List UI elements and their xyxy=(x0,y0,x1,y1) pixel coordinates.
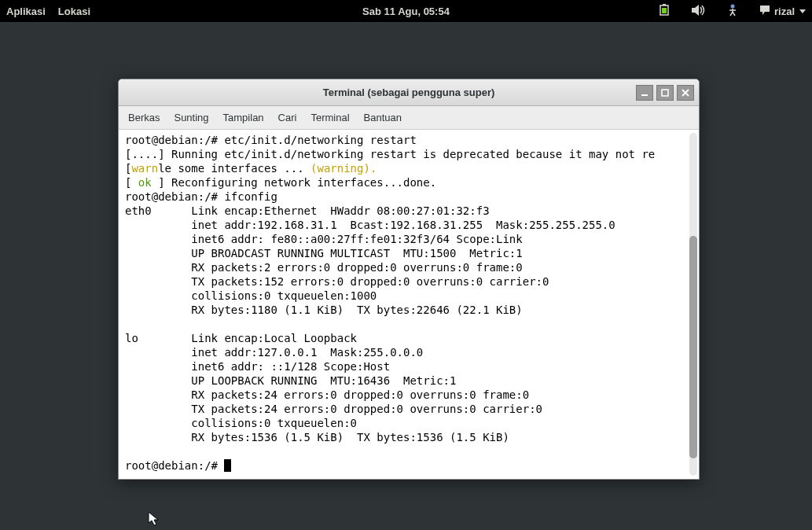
chevron-down-icon xyxy=(799,9,806,13)
accessibility-icon[interactable] xyxy=(726,4,740,19)
applications-menu[interactable]: Aplikasi xyxy=(6,6,46,17)
output-line: collisions:0 txqueuelen:1000 xyxy=(125,289,377,302)
output-line: TX packets:24 errors:0 dropped:0 overrun… xyxy=(125,403,542,415)
locations-menu[interactable]: Lokasi xyxy=(58,6,90,17)
menubar: Berkas Sunting Tampilan Cari Terminal Ba… xyxy=(119,106,699,130)
menu-terminal[interactable]: Terminal xyxy=(310,112,349,123)
menu-help[interactable]: Bantuan xyxy=(364,112,402,123)
chat-icon xyxy=(759,5,771,18)
scrollbar-thumb[interactable] xyxy=(689,236,697,458)
close-button[interactable] xyxy=(677,85,694,101)
window-title: Terminal (sebagai pengguna super) xyxy=(323,86,495,98)
terminal-output[interactable]: root@debian:/# etc/init.d/networking res… xyxy=(119,130,699,479)
output-line: inet6 addr: fe80::a00:27ff:fe01:32f3/64 … xyxy=(125,233,523,245)
volume-icon[interactable] xyxy=(691,4,707,19)
svg-rect-2 xyxy=(662,8,667,13)
svg-marker-3 xyxy=(692,5,699,16)
output-line: inet addr:192.168.31.1 Bcast:192.168.31.… xyxy=(125,219,615,231)
top-panel: Aplikasi Lokasi Sab 11 Agu, 05:54 rizal xyxy=(0,0,812,22)
output-line: le some interfaces ... xyxy=(158,162,310,175)
terminal-window: Terminal (sebagai pengguna super) Berkas… xyxy=(118,79,700,480)
prompt: root@debian:/# xyxy=(125,459,224,472)
window-controls xyxy=(636,85,694,101)
output-line: UP LOOPBACK RUNNING MTU:16436 Metric:1 xyxy=(125,374,456,387)
command-text: etc/init.d/networking restart xyxy=(224,134,416,146)
maximize-button[interactable] xyxy=(656,85,674,101)
menu-search[interactable]: Cari xyxy=(278,112,297,123)
output-line: RX bytes:1536 (1.5 KiB) TX bytes:1536 (1… xyxy=(125,431,509,444)
svg-rect-6 xyxy=(662,90,668,96)
minimize-button[interactable] xyxy=(636,85,653,101)
prompt: root@debian:/# xyxy=(125,134,224,146)
command-text: ifconfig xyxy=(224,190,277,203)
terminal-cursor xyxy=(224,459,231,472)
warn-text: (warning). xyxy=(310,162,377,175)
menu-file[interactable]: Berkas xyxy=(128,112,160,123)
output-line: RX packets:24 errors:0 dropped:0 overrun… xyxy=(125,388,529,401)
warn-tag: warn xyxy=(131,162,158,175)
ok-tag: ok xyxy=(138,176,152,189)
output-line: [ xyxy=(125,176,138,189)
svg-point-4 xyxy=(730,4,734,8)
output-line: lo Link encap:Local Loopback xyxy=(125,332,357,344)
output-line: eth0 Link encap:Ethernet HWaddr 08:00:27… xyxy=(125,204,490,217)
output-line: collisions:0 txqueuelen:0 xyxy=(125,417,357,429)
datetime[interactable]: Sab 11 Agu, 05:54 xyxy=(362,6,450,17)
user-menu[interactable]: rizal xyxy=(759,5,806,18)
output-line: inet addr:127.0.0.1 Mask:255.0.0.0 xyxy=(125,346,423,359)
prompt: root@debian:/# xyxy=(125,190,224,203)
svg-rect-5 xyxy=(641,94,648,96)
svg-rect-1 xyxy=(663,4,666,6)
mouse-cursor-icon xyxy=(148,511,160,530)
titlebar[interactable]: Terminal (sebagai pengguna super) xyxy=(119,79,699,106)
output-line: RX packets:2 errors:0 dropped:0 overruns… xyxy=(125,261,523,274)
output-line: UP BROADCAST RUNNING MULTICAST MTU:1500 … xyxy=(125,247,523,259)
output-line: inet6 addr: ::1/128 Scope:Host xyxy=(125,360,390,373)
username-label: rizal xyxy=(774,6,795,17)
menu-view[interactable]: Tampilan xyxy=(223,112,264,123)
menu-edit[interactable]: Sunting xyxy=(174,112,208,123)
battery-icon[interactable] xyxy=(658,4,672,19)
output-line: RX bytes:1180 (1.1 KiB) TX bytes:22646 (… xyxy=(125,304,523,316)
output-line: [....] Running etc/init.d/networking res… xyxy=(125,148,655,160)
output-line: ] Reconfiguring network interfaces...don… xyxy=(152,176,436,189)
output-line: TX packets:152 errors:0 dropped:0 overru… xyxy=(125,275,549,288)
scrollbar[interactable] xyxy=(689,133,697,476)
